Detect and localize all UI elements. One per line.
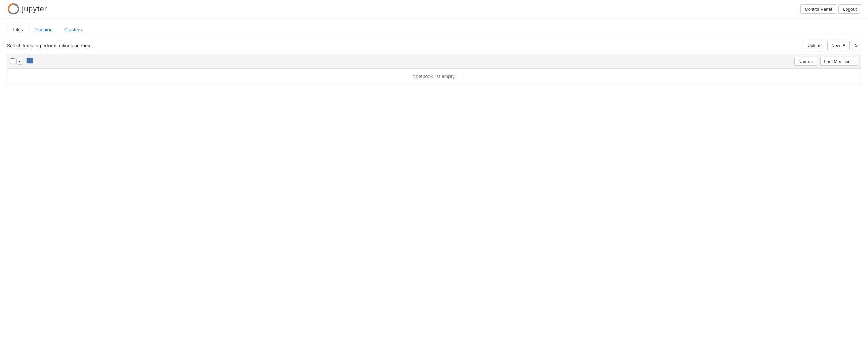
select-info-text: Select items to perform actions on them. [7,43,93,48]
logout-button[interactable]: Logout [838,4,861,14]
refresh-button[interactable]: ↻ [851,41,861,50]
upload-button[interactable]: Upload [803,41,826,50]
sort-last-modified-arrow: ↑ [852,59,855,64]
tab-clusters[interactable]: Clusters [58,24,88,35]
check-wrapper: ▾ [10,58,22,65]
new-dropdown-arrow: ▼ [842,43,846,48]
header-buttons: Control Panel Logout [800,4,861,14]
main-content: Files Running Clusters Select items to p… [0,18,868,90]
logo-text: jupyter [22,4,47,13]
sort-name-label: Name [798,59,810,64]
toolbar-actions: Upload New ▼ ↻ [803,41,861,50]
jupyter-logo-icon [7,3,19,15]
empty-list-message: Notebook list empty. [7,69,861,84]
select-all-checkbox[interactable] [10,58,15,64]
folder-icon [26,57,33,64]
toolbar-row: Select items to perform actions on them.… [7,41,861,50]
sort-name-button[interactable]: Name ↑ [794,57,817,66]
sort-name-arrow: ↑ [812,59,814,64]
sort-last-modified-label: Last Modified [824,59,850,64]
file-list-header: ▾ Name ↑ Last Modified ↑ [7,54,861,69]
new-button-label: New [831,43,840,48]
tab-files[interactable]: Files [7,24,29,35]
new-folder-button[interactable] [24,56,36,66]
file-list-container: ▾ Name ↑ Last Modified ↑ No [7,54,861,84]
control-panel-button[interactable]: Control Panel [800,4,836,14]
tabs: Files Running Clusters [7,24,861,35]
logo: jupyter [7,3,47,15]
new-button[interactable]: New ▼ [827,41,850,50]
select-dropdown-button[interactable]: ▾ [16,58,22,65]
header-right: Name ↑ Last Modified ↑ [794,57,858,66]
tab-running[interactable]: Running [29,24,58,35]
header: jupyter Control Panel Logout [0,0,868,18]
header-left: ▾ [10,56,794,66]
sort-last-modified-button[interactable]: Last Modified ↑ [820,57,858,66]
